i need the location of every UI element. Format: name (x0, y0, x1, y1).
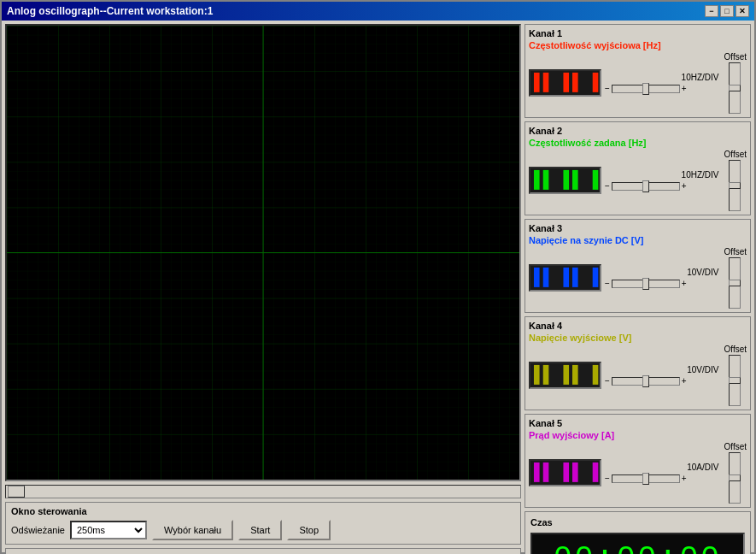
bottom-section: Okno sterowania Odświeżanie 50ms 100ms 2… (5, 502, 521, 554)
channel-5-display: ▐▌▐▌▐ (529, 459, 601, 486)
ch5-plus: + (682, 474, 687, 483)
channel-5-inner: ▐▌▐▌▐ 10A/DIV − + Offset (529, 442, 747, 504)
channel-5-offset-label: Offset (724, 442, 747, 451)
channel-4-label: Napięcie wyjściowe [V] (529, 333, 747, 343)
close-button[interactable]: ✕ (735, 5, 749, 17)
window-controls: − □ ✕ (705, 5, 749, 17)
time-panel: Czas 00:00:00 (525, 511, 751, 554)
channel-2-inner: ▐▌▐▌▐ 10HZ/DIV − + Offset (529, 150, 747, 211)
time-display: 00:00:00 (530, 533, 745, 554)
ch1-minus: − (605, 84, 610, 93)
maximize-button[interactable]: □ (720, 5, 734, 17)
channel-5-slider-row: − + (605, 474, 719, 483)
channel-1-div-label: 10HZ/DIV (605, 73, 719, 82)
ch3-minus: − (605, 279, 610, 288)
channel-4-div-label: 10V/DIV (605, 365, 719, 374)
channel-1-offset: Offset (723, 52, 747, 114)
control-window: Okno sterowania Odświeżanie 50ms 100ms 2… (5, 502, 521, 545)
channel-4-controls: 10V/DIV − + (605, 365, 719, 386)
time-value: 00:00:00 (554, 541, 722, 554)
oscilloscope-screen (5, 24, 521, 481)
control-row: Odświeżanie 50ms 100ms 250ms 500ms 1000m… (11, 520, 515, 540)
refresh-select[interactable]: 50ms 100ms 250ms 500ms 1000ms (70, 521, 147, 539)
channel-4-scale-slider[interactable] (612, 377, 680, 386)
channel-1-scale-slider[interactable] (612, 85, 680, 93)
channel-3-offset-slider[interactable] (729, 257, 741, 309)
oscilloscope-grid (7, 26, 519, 480)
channel-3-panel: Kanał 3 Napięcie na szynie DC [V] ▐▌▐▌▐ … (525, 219, 751, 313)
channel-1-label: Częstotliwość wyjściowa [Hz] (529, 40, 747, 50)
channel-2-offset: Offset (723, 150, 747, 211)
channel-1-title: Kanał 1 (529, 28, 747, 38)
channel-3-title: Kanał 3 (529, 223, 747, 233)
time-panel-title: Czas (530, 517, 553, 527)
channel-2-offset-slider[interactable] (729, 160, 741, 211)
channel-3-div-label: 10V/DIV (605, 268, 719, 277)
channel-5-offset-slider[interactable] (729, 452, 741, 504)
channel-3-label: Napięcie na szynie DC [V] (529, 235, 747, 245)
channel-2-controls: 10HZ/DIV − + (605, 170, 719, 191)
channel-3-inner: ▐▌▐▌▐ 10V/DIV − + Offset (529, 247, 747, 309)
channel-1-display: ▐▌▐▌▐ (529, 69, 601, 97)
channel-5-div-label: 10A/DIV (605, 463, 719, 472)
channel-4-inner: ▐▌▐▌▐ 10V/DIV − + Offset (529, 345, 747, 406)
left-panel: Okno sterowania Odświeżanie 50ms 100ms 2… (5, 24, 521, 554)
channel-2-display: ▐▌▐▌▐ (529, 167, 601, 194)
channel-2-scale-slider[interactable] (612, 182, 680, 191)
channel-4-offset-label: Offset (724, 345, 747, 354)
channel-selection-panel: Wybór kanałów Kanał 1 Kanał 2 Kanał 3 Ka… (5, 548, 521, 554)
channel-2-offset-label: Offset (724, 150, 747, 159)
main-window: Anlog oscillograph--Current workstation:… (0, 0, 756, 554)
stop-button[interactable]: Stop (287, 520, 331, 540)
channel-2-panel: Kanał 2 Częstotliwość zadana [Hz] ▐▌▐▌▐ … (525, 121, 751, 215)
channel-4-slider-row: − + (605, 376, 719, 386)
minimize-button[interactable]: − (705, 5, 718, 17)
channel-4-title: Kanał 4 (529, 321, 747, 331)
title-bar: Anlog oscillograph--Current workstation:… (2, 2, 754, 21)
ch5-minus: − (605, 474, 610, 483)
channel-2-slider-row: − + (605, 181, 719, 191)
channel-4-display: ▐▌▐▌▐ (529, 362, 601, 389)
right-panel: Kanał 1 Częstotliwość wyjściowa [Hz] ▐▌▐… (525, 24, 751, 554)
control-window-title: Okno sterowania (11, 506, 515, 516)
refresh-label: Odświeżanie (11, 525, 65, 535)
ch4-minus: − (605, 376, 610, 386)
channel-1-offset-label: Offset (724, 52, 747, 62)
channel-select-button[interactable]: Wybór kanału (152, 520, 233, 540)
channel-2-div-label: 10HZ/DIV (605, 170, 719, 180)
channel-5-panel: Kanał 5 Prąd wyjściowy [A] ▐▌▐▌▐ 10A/DIV… (525, 414, 751, 508)
window-title: Anlog oscillograph--Current workstation:… (7, 5, 213, 17)
ch4-plus: + (682, 376, 687, 386)
channel-5-title: Kanał 5 (529, 418, 747, 428)
scrollbar-thumb[interactable] (8, 486, 25, 498)
ch2-plus: + (682, 181, 687, 191)
channel-3-controls: 10V/DIV − + (605, 268, 719, 288)
channel-5-scale-slider[interactable] (612, 474, 680, 483)
channel-5-controls: 10A/DIV − + (605, 463, 719, 483)
ch2-minus: − (605, 181, 610, 191)
channel-4-offset-slider[interactable] (729, 355, 741, 406)
channel-1-panel: Kanał 1 Częstotliwość wyjściowa [Hz] ▐▌▐… (525, 24, 751, 118)
channel-1-offset-slider[interactable] (729, 62, 741, 114)
channel-5-label: Prąd wyjściowy [A] (529, 430, 747, 440)
horizontal-scrollbar[interactable] (5, 485, 521, 498)
ch1-plus: + (682, 84, 687, 93)
channel-3-display: ▐▌▐▌▐ (529, 264, 601, 292)
channel-1-slider-row: − + (605, 84, 719, 93)
channel-3-scale-slider[interactable] (612, 280, 680, 288)
start-button[interactable]: Start (238, 520, 282, 540)
ch3-plus: + (682, 279, 687, 288)
channel-1-inner: ▐▌▐▌▐ 10HZ/DIV − + Offset (529, 52, 747, 114)
channel-3-slider-row: − + (605, 279, 719, 288)
channel-4-panel: Kanał 4 Napięcie wyjściowe [V] ▐▌▐▌▐ 10V… (525, 316, 751, 410)
main-content: Okno sterowania Odświeżanie 50ms 100ms 2… (2, 21, 754, 554)
channel-2-title: Kanał 2 (529, 126, 747, 136)
channel-3-offset-label: Offset (724, 247, 747, 256)
channel-1-controls: 10HZ/DIV − + (605, 73, 719, 93)
channel-5-offset: Offset (723, 442, 747, 504)
channel-2-label: Częstotliwość zadana [Hz] (529, 138, 747, 148)
channel-4-offset: Offset (723, 345, 747, 406)
channel-3-offset: Offset (723, 247, 747, 309)
